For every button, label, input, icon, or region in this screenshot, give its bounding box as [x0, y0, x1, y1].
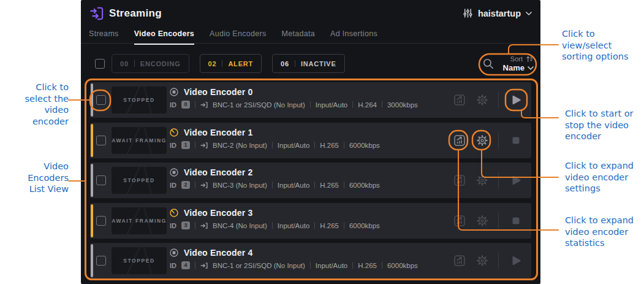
sort-label: Sort — [510, 55, 523, 63]
id-badge: 2 — [181, 181, 190, 189]
encoder-codec: H.265 — [320, 142, 339, 149]
alert-label: ALERT — [228, 60, 253, 67]
account-menu[interactable]: haistartup — [463, 8, 532, 18]
start-stop-button[interactable] — [508, 213, 524, 229]
annotation-settings: Click to expandvideo encodersettings — [565, 160, 642, 194]
chip-separator — [295, 60, 295, 67]
input-icon — [200, 142, 208, 149]
stopped-status-icon — [170, 248, 178, 257]
meta-separator — [310, 262, 311, 269]
encoder-bitrate: 6000kbps — [349, 142, 380, 149]
start-stop-button[interactable] — [508, 132, 524, 148]
statistics-button[interactable] — [453, 93, 466, 107]
start-stop-button[interactable] — [508, 92, 524, 108]
streaming-logo-icon — [89, 6, 105, 21]
filter-inactive[interactable]: 06 INACTIVE — [272, 54, 345, 73]
encoder-thumbnail: AWAIT FRAMING — [112, 207, 167, 234]
meta-separator — [272, 222, 273, 229]
alert-count: 02 — [208, 60, 217, 67]
id-label: ID — [170, 101, 176, 109]
encoder-1-checkbox[interactable] — [96, 136, 106, 145]
thumbnail-label: STOPPED — [123, 258, 155, 264]
await-framing-status-icon — [170, 128, 178, 137]
encoder-codec: H.265 — [358, 262, 377, 269]
meta-separator — [352, 101, 353, 108]
action-divider — [498, 253, 499, 269]
thumbnail-label: AWAIT FRAMING — [112, 218, 167, 224]
select-all-checkbox[interactable] — [95, 59, 105, 69]
chip-separator — [134, 60, 135, 67]
annotation-start-stop: Click to start orstop the videoencoder — [565, 108, 642, 142]
search-icon[interactable] — [482, 58, 494, 70]
encoder-thumbnail: STOPPED — [112, 167, 167, 194]
encoder-input: BNC-1 or 2SI/SQD (No Input) — [213, 262, 305, 269]
id-badge: 3 — [181, 221, 190, 229]
encoder-bitrate: 6000kbps — [387, 262, 418, 269]
encoder-thumbnail: AWAIT FRAMING — [112, 127, 167, 154]
encoder-name: Video Encoder 4 — [184, 248, 252, 258]
encoder-meta: ID 2 BNC-3 (No Input) Input/Auto H.265 6… — [170, 181, 380, 189]
statistics-button[interactable] — [453, 214, 466, 228]
chip-separator — [222, 60, 222, 67]
encoder-row-4[interactable]: STOPPED Video Encoder 4 ID 4 BNC-1 or 2S… — [90, 243, 531, 278]
encoder-3-checkbox[interactable] — [96, 216, 106, 226]
action-divider — [498, 132, 499, 148]
settings-button[interactable] — [475, 134, 489, 147]
encoder-row-0[interactable]: STOPPED Video Encoder 0 ID 0 BNC-1 or 2S… — [90, 82, 531, 118]
encoder-meta: ID 0 BNC-1 or 2SI/SQD (No Input) Input/A… — [170, 101, 418, 109]
encoder-row-2[interactable]: STOPPED Video Encoder 2 ID 2 BNC-3 (No I… — [90, 163, 531, 198]
meta-separator — [344, 222, 344, 229]
action-divider — [498, 213, 499, 229]
chevron-down-icon — [528, 66, 534, 70]
encoder-row-3[interactable]: AWAIT FRAMING Video Encoder 3 ID 3 BNC-4… — [90, 203, 531, 239]
meta-separator — [382, 101, 382, 108]
encoder-row-1[interactable]: AWAIT FRAMING Video Encoder 1 ID 1 BNC-2… — [90, 123, 531, 158]
status-stripe — [91, 83, 93, 117]
encoder-0-checkbox[interactable] — [96, 95, 106, 105]
id-badge: 4 — [181, 261, 190, 269]
encoder-4-checkbox[interactable] — [96, 256, 106, 266]
status-stripe — [91, 204, 93, 237]
await-framing-status-icon — [170, 209, 178, 217]
settings-button[interactable] — [475, 254, 489, 267]
statistics-button[interactable] — [453, 254, 466, 267]
settings-button[interactable] — [475, 214, 489, 228]
encoder-2-checkbox[interactable] — [96, 175, 106, 185]
sort-dropdown[interactable]: Sort Name — [503, 55, 534, 72]
statistics-button[interactable] — [453, 134, 466, 147]
stop-icon — [513, 218, 520, 225]
page-title: Streaming — [109, 7, 162, 20]
status-stripe — [91, 124, 93, 157]
encoder-meta: ID 1 BNC-2 (No Input) Input/Auto H.265 6… — [170, 141, 380, 149]
encoder-bitrate: 3000kbps — [387, 101, 418, 109]
encoder-codec: H.265 — [320, 222, 339, 229]
encoder-input: BNC-3 (No Input) — [213, 182, 267, 189]
settings-button[interactable] — [475, 174, 489, 187]
inactive-label: INACTIVE — [301, 60, 336, 67]
input-icon — [200, 182, 208, 189]
encoder-name: Video Encoder 3 — [184, 208, 252, 218]
start-stop-button[interactable] — [508, 172, 524, 188]
input-icon — [200, 101, 208, 109]
meta-separator — [344, 182, 344, 188]
encoder-input: BNC-1 or 2SI/SQD (No Input) — [213, 101, 305, 109]
app-header: Streaming haistartup — [81, 0, 540, 28]
account-name: haistartup — [478, 9, 521, 18]
encoder-bitrate: 6000kbps — [349, 182, 380, 189]
encoder-mode: Input/Auto — [316, 101, 347, 109]
encoder-meta: ID 4 BNC-1 or 2SI/SQD (No Input) Input/A… — [170, 261, 418, 269]
meta-separator — [195, 262, 195, 269]
meta-separator — [272, 182, 273, 188]
screenshot-canvas: Streaming haistartup Streams Video Encod… — [0, 0, 644, 284]
filter-encoding[interactable]: 00 ENCODING — [112, 54, 189, 73]
filter-alert[interactable]: 02 ALERT — [200, 54, 262, 73]
chevron-down-icon — [526, 12, 532, 15]
meta-separator — [344, 142, 344, 148]
statistics-button[interactable] — [453, 174, 466, 187]
action-divider — [498, 92, 499, 108]
play-icon — [513, 96, 520, 104]
annotation-select-encoder: Click toselect thevideoencoder — [12, 82, 69, 127]
status-stripe — [91, 244, 93, 277]
settings-button[interactable] — [475, 93, 489, 107]
start-stop-button[interactable] — [508, 253, 524, 269]
